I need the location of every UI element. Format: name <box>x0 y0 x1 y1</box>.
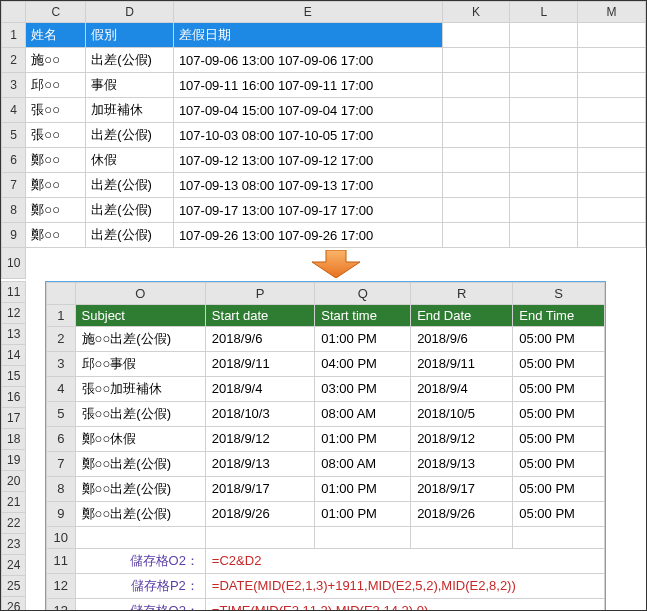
cell-r[interactable]: 2018/9/13 <box>411 451 513 476</box>
cell[interactable] <box>578 173 646 198</box>
cell[interactable] <box>442 198 510 223</box>
cell-r[interactable]: 2018/10/5 <box>411 401 513 426</box>
colhead-c[interactable]: C <box>26 2 86 23</box>
cell[interactable] <box>510 148 578 173</box>
cell-e[interactable]: 107-09-11 16:00 107-09-11 17:00 <box>173 73 442 98</box>
rowhead[interactable]: 11 <box>47 548 76 573</box>
colhead-l[interactable]: L <box>510 2 578 23</box>
rowhead[interactable]: 8 <box>2 198 26 223</box>
rowhead[interactable]: 26 <box>2 596 26 611</box>
cell-q[interactable]: 08:00 AM <box>315 401 411 426</box>
rowhead[interactable]: 16 <box>2 386 26 407</box>
rowhead-1[interactable]: 1 <box>47 304 76 326</box>
cell[interactable] <box>442 148 510 173</box>
rowhead[interactable]: 4 <box>2 98 26 123</box>
cell-o[interactable]: 鄭○○出差(公假) <box>75 476 205 501</box>
rowhead[interactable]: 6 <box>2 148 26 173</box>
cell[interactable] <box>411 526 513 548</box>
cell-e[interactable]: 107-09-12 13:00 107-09-12 17:00 <box>173 148 442 173</box>
cell-c[interactable]: 張○○ <box>26 123 86 148</box>
formula-label[interactable]: 儲存格Q2： <box>75 598 205 611</box>
colhead-p[interactable]: P <box>205 282 314 304</box>
cell[interactable] <box>75 526 205 548</box>
cell-r[interactable]: 2018/9/11 <box>411 351 513 376</box>
rowhead[interactable]: 20 <box>2 470 26 491</box>
colhead-k[interactable]: K <box>442 2 510 23</box>
cell[interactable] <box>442 73 510 98</box>
cell-p[interactable]: 2018/9/6 <box>205 326 314 351</box>
cell-r[interactable]: 2018/9/26 <box>411 501 513 526</box>
cell-c[interactable]: 張○○ <box>26 98 86 123</box>
cell-c[interactable]: 鄭○○ <box>26 148 86 173</box>
cell-o[interactable]: 鄭○○出差(公假) <box>75 501 205 526</box>
cell-e[interactable]: 107-09-17 13:00 107-09-17 17:00 <box>173 198 442 223</box>
rowhead[interactable]: 3 <box>2 73 26 98</box>
rowhead[interactable]: 23 <box>2 533 26 554</box>
cell-s[interactable]: 05:00 PM <box>513 476 605 501</box>
cell[interactable] <box>205 526 314 548</box>
rowhead-1[interactable]: 1 <box>2 23 26 48</box>
rowhead[interactable]: 8 <box>47 476 76 501</box>
cell-d[interactable]: 出差(公假) <box>86 173 174 198</box>
cell[interactable] <box>315 526 411 548</box>
rowhead[interactable]: 3 <box>47 351 76 376</box>
rowhead[interactable]: 2 <box>47 326 76 351</box>
cell-c[interactable]: 鄭○○ <box>26 198 86 223</box>
cell[interactable] <box>510 223 578 248</box>
cell-q[interactable]: 03:00 PM <box>315 376 411 401</box>
rowhead[interactable]: 6 <box>47 426 76 451</box>
cell-r[interactable]: 2018/9/12 <box>411 426 513 451</box>
hdr-date[interactable]: 差假日期 <box>173 23 442 48</box>
cell-e[interactable]: 107-09-13 08:00 107-09-13 17:00 <box>173 173 442 198</box>
rowhead[interactable]: 12 <box>2 302 26 323</box>
cell-c[interactable]: 施○○ <box>26 48 86 73</box>
cell[interactable] <box>510 173 578 198</box>
colhead-s[interactable]: S <box>513 282 605 304</box>
cell[interactable] <box>578 198 646 223</box>
cell-d[interactable]: 加班補休 <box>86 98 174 123</box>
rowhead[interactable]: 4 <box>47 376 76 401</box>
cell-q[interactable]: 08:00 AM <box>315 451 411 476</box>
cell[interactable] <box>510 23 578 48</box>
hdr-endtime[interactable]: End Time <box>513 304 605 326</box>
rowhead[interactable]: 14 <box>2 344 26 365</box>
cell[interactable] <box>578 73 646 98</box>
formula-text[interactable]: =C2&D2 <box>205 548 604 573</box>
rowhead[interactable]: 24 <box>2 554 26 575</box>
cell-r[interactable]: 2018/9/4 <box>411 376 513 401</box>
rowhead[interactable]: 5 <box>2 123 26 148</box>
cell-p[interactable]: 2018/10/3 <box>205 401 314 426</box>
hdr-subject[interactable]: Subject <box>75 304 205 326</box>
cell[interactable] <box>578 23 646 48</box>
rowhead[interactable]: 9 <box>2 223 26 248</box>
cell-s[interactable]: 05:00 PM <box>513 326 605 351</box>
cell-q[interactable]: 01:00 PM <box>315 501 411 526</box>
cell[interactable] <box>510 198 578 223</box>
cell[interactable] <box>442 123 510 148</box>
colhead-q[interactable]: Q <box>315 282 411 304</box>
rowhead[interactable]: 17 <box>2 407 26 428</box>
formula-text[interactable]: =TIME(MID(E2,11,2),MID(E2,14,2),0) <box>205 598 604 611</box>
cell-o[interactable]: 張○○出差(公假) <box>75 401 205 426</box>
formula-label[interactable]: 儲存格O2： <box>75 548 205 573</box>
cell-e[interactable]: 107-10-03 08:00 107-10-05 17:00 <box>173 123 442 148</box>
cell[interactable] <box>510 98 578 123</box>
rowhead[interactable]: 2 <box>2 48 26 73</box>
rowhead[interactable]: 25 <box>2 575 26 596</box>
cell-s[interactable]: 05:00 PM <box>513 351 605 376</box>
cell-s[interactable]: 05:00 PM <box>513 401 605 426</box>
colhead-d[interactable]: D <box>86 2 174 23</box>
rowhead[interactable]: 5 <box>47 401 76 426</box>
cell-d[interactable]: 休假 <box>86 148 174 173</box>
cell-o[interactable]: 施○○出差(公假) <box>75 326 205 351</box>
cell-s[interactable]: 05:00 PM <box>513 376 605 401</box>
hdr-startdate[interactable]: Start date <box>205 304 314 326</box>
cell-q[interactable]: 01:00 PM <box>315 426 411 451</box>
cell-p[interactable]: 2018/9/4 <box>205 376 314 401</box>
cell-e[interactable]: 107-09-26 13:00 107-09-26 17:00 <box>173 223 442 248</box>
cell-s[interactable]: 05:00 PM <box>513 501 605 526</box>
hdr-enddate[interactable]: End Date <box>411 304 513 326</box>
colhead-r[interactable]: R <box>411 282 513 304</box>
cell[interactable] <box>510 73 578 98</box>
cell-q[interactable]: 01:00 PM <box>315 326 411 351</box>
